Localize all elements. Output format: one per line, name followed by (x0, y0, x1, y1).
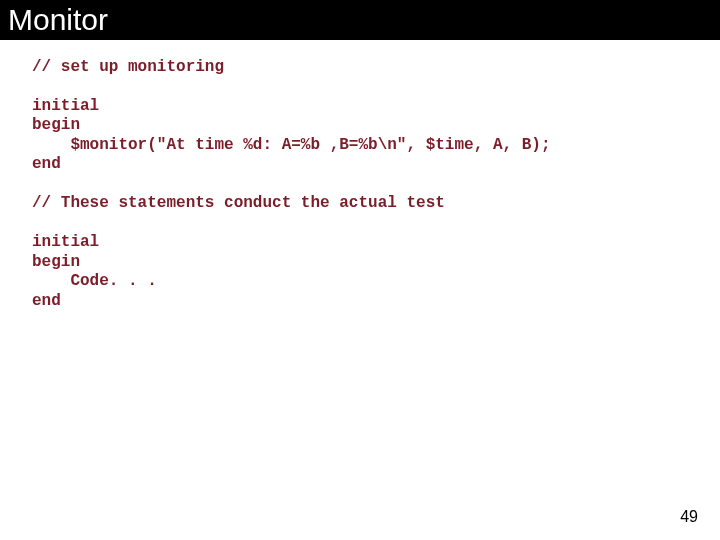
slide-title: Monitor (0, 0, 720, 40)
code-block: // set up monitoring initial begin $moni… (0, 40, 720, 312)
page-number: 49 (680, 508, 698, 526)
